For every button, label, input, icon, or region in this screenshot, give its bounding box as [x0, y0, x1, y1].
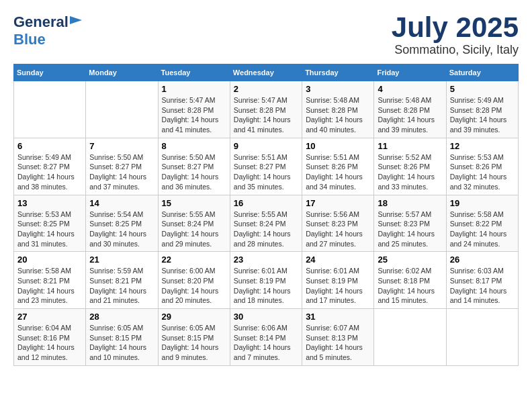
cell-content: Sunrise: 5:52 AM Sunset: 8:26 PM Dayligh…: [378, 152, 442, 192]
cell-content: Sunrise: 6:02 AM Sunset: 8:18 PM Dayligh…: [378, 266, 442, 306]
cell-content: Sunrise: 6:05 AM Sunset: 8:15 PM Dayligh…: [162, 323, 226, 363]
cell-content: Sunrise: 6:03 AM Sunset: 8:17 PM Dayligh…: [450, 266, 515, 306]
calendar-cell: 3Sunrise: 5:48 AM Sunset: 8:28 PM Daylig…: [302, 81, 374, 138]
calendar-cell: [14, 81, 86, 138]
calendar-cell: 5Sunrise: 5:49 AM Sunset: 8:28 PM Daylig…: [446, 81, 518, 138]
calendar-cell: 15Sunrise: 5:55 AM Sunset: 8:24 PM Dayli…: [158, 195, 230, 252]
cell-content: Sunrise: 5:47 AM Sunset: 8:28 PM Dayligh…: [234, 95, 298, 135]
day-header-sunday: Sunday: [14, 64, 86, 81]
calendar-cell: 17Sunrise: 5:56 AM Sunset: 8:23 PM Dayli…: [302, 195, 374, 252]
logo: General Blue: [13, 13, 82, 48]
cell-content: Sunrise: 5:54 AM Sunset: 8:25 PM Dayligh…: [89, 210, 154, 249]
logo-general-text: General: [13, 13, 69, 31]
day-number: 26: [450, 255, 515, 265]
cell-content: Sunrise: 5:49 AM Sunset: 8:28 PM Dayligh…: [450, 95, 515, 135]
cell-content: Sunrise: 5:48 AM Sunset: 8:28 PM Dayligh…: [378, 95, 442, 135]
week-row-2: 6Sunrise: 5:49 AM Sunset: 8:27 PM Daylig…: [14, 138, 519, 195]
calendar-cell: 10Sunrise: 5:51 AM Sunset: 8:26 PM Dayli…: [302, 138, 374, 195]
logo-blue-text: Blue: [13, 31, 46, 48]
calendar-cell: 27Sunrise: 6:04 AM Sunset: 8:16 PM Dayli…: [14, 309, 86, 366]
day-number: 9: [234, 141, 298, 151]
cell-content: Sunrise: 5:51 AM Sunset: 8:26 PM Dayligh…: [306, 152, 370, 192]
calendar-cell: 12Sunrise: 5:53 AM Sunset: 8:26 PM Dayli…: [446, 138, 518, 195]
cell-content: Sunrise: 5:51 AM Sunset: 8:27 PM Dayligh…: [234, 152, 298, 192]
cell-content: Sunrise: 6:04 AM Sunset: 8:16 PM Dayligh…: [17, 323, 82, 363]
cell-content: Sunrise: 5:48 AM Sunset: 8:28 PM Dayligh…: [306, 95, 370, 135]
svg-marker-0: [70, 16, 82, 24]
day-number: 21: [89, 255, 154, 265]
cell-content: Sunrise: 5:47 AM Sunset: 8:28 PM Dayligh…: [162, 95, 226, 135]
calendar-cell: 13Sunrise: 5:53 AM Sunset: 8:25 PM Dayli…: [14, 195, 86, 252]
day-number: 27: [17, 312, 82, 322]
day-header-wednesday: Wednesday: [230, 64, 302, 81]
day-number: 13: [17, 198, 82, 208]
calendar-cell: 9Sunrise: 5:51 AM Sunset: 8:27 PM Daylig…: [230, 138, 302, 195]
day-number: 28: [89, 312, 154, 322]
day-number: 17: [306, 198, 370, 208]
day-number: 1: [162, 84, 226, 94]
day-number: 31: [306, 312, 370, 322]
calendar-cell: [86, 81, 158, 138]
week-row-3: 13Sunrise: 5:53 AM Sunset: 8:25 PM Dayli…: [14, 195, 519, 252]
day-number: 23: [234, 255, 298, 265]
day-number: 12: [450, 141, 515, 151]
calendar-cell: 21Sunrise: 5:59 AM Sunset: 8:21 PM Dayli…: [86, 252, 158, 309]
day-number: 3: [306, 84, 370, 94]
day-number: 11: [378, 141, 442, 151]
calendar-cell: 28Sunrise: 6:05 AM Sunset: 8:15 PM Dayli…: [86, 309, 158, 366]
cell-content: Sunrise: 5:58 AM Sunset: 8:21 PM Dayligh…: [17, 266, 82, 306]
cell-content: Sunrise: 6:01 AM Sunset: 8:19 PM Dayligh…: [234, 266, 298, 306]
cell-content: Sunrise: 5:49 AM Sunset: 8:27 PM Dayligh…: [17, 152, 82, 192]
day-number: 6: [17, 141, 82, 151]
day-number: 25: [378, 255, 442, 265]
week-row-5: 27Sunrise: 6:04 AM Sunset: 8:16 PM Dayli…: [14, 309, 519, 366]
calendar-cell: 2Sunrise: 5:47 AM Sunset: 8:28 PM Daylig…: [230, 81, 302, 138]
day-number: 20: [17, 255, 82, 265]
calendar-cell: 8Sunrise: 5:50 AM Sunset: 8:27 PM Daylig…: [158, 138, 230, 195]
calendar-cell: 6Sunrise: 5:49 AM Sunset: 8:27 PM Daylig…: [14, 138, 86, 195]
calendar-cell: 1Sunrise: 5:47 AM Sunset: 8:28 PM Daylig…: [158, 81, 230, 138]
calendar-cell: 11Sunrise: 5:52 AM Sunset: 8:26 PM Dayli…: [374, 138, 446, 195]
cell-content: Sunrise: 6:06 AM Sunset: 8:14 PM Dayligh…: [234, 323, 298, 363]
cell-content: Sunrise: 5:53 AM Sunset: 8:26 PM Dayligh…: [450, 152, 515, 192]
page-header: General Blue July 2025 Sommatino, Sicily…: [13, 13, 519, 57]
cell-content: Sunrise: 5:50 AM Sunset: 8:27 PM Dayligh…: [89, 152, 154, 192]
cell-content: Sunrise: 5:53 AM Sunset: 8:25 PM Dayligh…: [17, 210, 82, 249]
day-number: 18: [378, 198, 442, 208]
day-number: 15: [162, 198, 226, 208]
calendar-cell: 14Sunrise: 5:54 AM Sunset: 8:25 PM Dayli…: [86, 195, 158, 252]
calendar-cell: 30Sunrise: 6:06 AM Sunset: 8:14 PM Dayli…: [230, 309, 302, 366]
cell-content: Sunrise: 5:58 AM Sunset: 8:22 PM Dayligh…: [450, 210, 515, 249]
day-header-saturday: Saturday: [446, 64, 518, 81]
cell-content: Sunrise: 5:56 AM Sunset: 8:23 PM Dayligh…: [306, 210, 370, 249]
calendar-cell: 22Sunrise: 6:00 AM Sunset: 8:20 PM Dayli…: [158, 252, 230, 309]
calendar-cell: 24Sunrise: 6:01 AM Sunset: 8:19 PM Dayli…: [302, 252, 374, 309]
day-header-tuesday: Tuesday: [158, 64, 230, 81]
day-number: 7: [89, 141, 154, 151]
calendar-cell: 20Sunrise: 5:58 AM Sunset: 8:21 PM Dayli…: [14, 252, 86, 309]
day-number: 16: [234, 198, 298, 208]
day-header-thursday: Thursday: [302, 64, 374, 81]
logo-flag-icon: [70, 16, 82, 28]
title-block: July 2025 Sommatino, Sicily, Italy: [392, 13, 519, 57]
day-number: 5: [450, 84, 515, 94]
calendar-cell: 31Sunrise: 6:07 AM Sunset: 8:13 PM Dayli…: [302, 309, 374, 366]
calendar-header-row: SundayMondayTuesdayWednesdayThursdayFrid…: [14, 64, 519, 81]
day-number: 8: [162, 141, 226, 151]
calendar-cell: 25Sunrise: 6:02 AM Sunset: 8:18 PM Dayli…: [374, 252, 446, 309]
day-number: 19: [450, 198, 515, 208]
calendar-cell: 19Sunrise: 5:58 AM Sunset: 8:22 PM Dayli…: [446, 195, 518, 252]
calendar-cell: 23Sunrise: 6:01 AM Sunset: 8:19 PM Dayli…: [230, 252, 302, 309]
cell-content: Sunrise: 5:57 AM Sunset: 8:23 PM Dayligh…: [378, 210, 442, 249]
day-number: 14: [89, 198, 154, 208]
cell-content: Sunrise: 5:55 AM Sunset: 8:24 PM Dayligh…: [234, 210, 298, 249]
month-title: July 2025: [392, 13, 519, 42]
cell-content: Sunrise: 5:55 AM Sunset: 8:24 PM Dayligh…: [162, 210, 226, 249]
cell-content: Sunrise: 5:50 AM Sunset: 8:27 PM Dayligh…: [162, 152, 226, 192]
calendar-cell: 16Sunrise: 5:55 AM Sunset: 8:24 PM Dayli…: [230, 195, 302, 252]
cell-content: Sunrise: 6:01 AM Sunset: 8:19 PM Dayligh…: [306, 266, 370, 306]
day-number: 29: [162, 312, 226, 322]
cell-content: Sunrise: 5:59 AM Sunset: 8:21 PM Dayligh…: [89, 266, 154, 306]
calendar-cell: 29Sunrise: 6:05 AM Sunset: 8:15 PM Dayli…: [158, 309, 230, 366]
day-number: 30: [234, 312, 298, 322]
